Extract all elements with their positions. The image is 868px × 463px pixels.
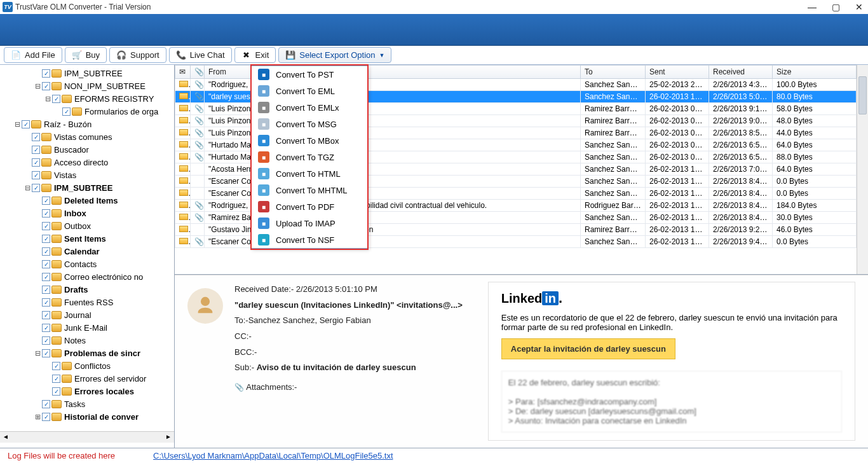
accept-invitation-button[interactable]: Aceptar la invitación de darley suescun bbox=[501, 338, 675, 359]
select-export-option-button[interactable]: 💾 Select Export Option ▼ bbox=[278, 47, 391, 63]
log-path-link[interactable]: C:\Users\Lyod Marknam\AppData\Local\Temp… bbox=[153, 451, 393, 460]
tree-node[interactable]: Fuentes RSS bbox=[3, 296, 174, 308]
checkbox[interactable] bbox=[42, 400, 50, 408]
checkbox[interactable] bbox=[32, 133, 40, 141]
attachment-indicator: 📎 bbox=[191, 115, 205, 127]
live-chat-button[interactable]: 📞 Live Chat bbox=[169, 47, 232, 63]
tree-node[interactable]: Acceso directo bbox=[3, 156, 174, 169]
tree-node[interactable]: Notes bbox=[3, 334, 174, 347]
tree-node[interactable]: ⊟IPM_SUBTREE bbox=[3, 181, 174, 194]
checkbox[interactable] bbox=[42, 235, 50, 243]
toggle-icon[interactable]: ⊟ bbox=[43, 95, 52, 103]
toggle-icon[interactable]: ⊟ bbox=[13, 120, 22, 128]
attachment-indicator: 📎 bbox=[191, 103, 205, 115]
checkbox[interactable] bbox=[32, 158, 40, 167]
export-menu-item[interactable]: ■Convert To NSF bbox=[252, 232, 367, 248]
tree-node[interactable]: Junk E-Mail bbox=[3, 321, 174, 334]
toggle-icon[interactable]: ⊟ bbox=[33, 349, 42, 357]
col-received[interactable]: Received bbox=[709, 66, 773, 79]
tree-node[interactable]: Deleted Items bbox=[3, 194, 174, 207]
checkbox[interactable] bbox=[42, 324, 50, 332]
checkbox[interactable] bbox=[42, 311, 50, 319]
tree-h-scrollbar[interactable]: ◄► bbox=[0, 431, 174, 443]
checkbox[interactable] bbox=[52, 362, 60, 370]
support-button[interactable]: 🎧 Support bbox=[109, 47, 166, 63]
format-icon: ■ bbox=[258, 118, 269, 130]
checkbox[interactable] bbox=[52, 387, 60, 396]
toggle-icon[interactable]: ⊟ bbox=[33, 82, 42, 90]
checkbox[interactable] bbox=[22, 120, 30, 128]
export-menu-item[interactable]: ■Convert To PST bbox=[252, 66, 367, 83]
checkbox[interactable] bbox=[42, 273, 50, 281]
col-attachment-icon[interactable]: 📎 bbox=[191, 66, 205, 79]
tree-node[interactable]: Buscador bbox=[3, 143, 174, 156]
checkbox[interactable] bbox=[42, 260, 50, 268]
checkbox[interactable] bbox=[42, 197, 50, 205]
tree-node[interactable]: ⊟EFORMS REGISTRY bbox=[3, 92, 174, 105]
export-menu-item[interactable]: ■Convert To MSG bbox=[252, 116, 367, 132]
checkbox[interactable] bbox=[62, 107, 71, 116]
tree-node[interactable]: Vistas bbox=[3, 169, 174, 181]
checkbox[interactable] bbox=[42, 298, 50, 307]
export-menu-item[interactable]: ■Convert To EML bbox=[252, 83, 367, 99]
toggle-icon[interactable]: ⊟ bbox=[23, 184, 32, 192]
export-menu-item[interactable]: ■Convert To PDF bbox=[252, 198, 367, 215]
add-file-button[interactable]: 📄 Add File bbox=[4, 47, 62, 63]
checkbox[interactable] bbox=[52, 375, 60, 383]
tree-node[interactable]: ⊟NON_IPM_SUBTREE bbox=[3, 79, 174, 92]
checkbox[interactable] bbox=[32, 146, 40, 154]
tree-node[interactable]: ⊟Raíz - Buzón bbox=[3, 118, 174, 130]
tree-node[interactable]: Calendar bbox=[3, 245, 174, 258]
checkbox[interactable] bbox=[42, 69, 50, 78]
tree-node[interactable]: Correo electrónico no bbox=[3, 270, 174, 283]
col-to[interactable]: To bbox=[581, 66, 646, 79]
tree-node[interactable]: Sent Items bbox=[3, 232, 174, 245]
export-menu-item[interactable]: ■Convert To MBox bbox=[252, 132, 367, 149]
tree-node[interactable]: Vistas comunes bbox=[3, 130, 174, 143]
minimize-button[interactable]: — bbox=[808, 2, 817, 12]
tree-node[interactable]: Contacts bbox=[3, 258, 174, 270]
export-menu-item[interactable]: ■Convert To EMLx bbox=[252, 99, 367, 116]
checkbox[interactable] bbox=[42, 286, 50, 294]
export-menu-item[interactable]: ■Convert To MHTML bbox=[252, 182, 367, 198]
format-icon: ■ bbox=[258, 151, 269, 163]
checkbox[interactable] bbox=[42, 247, 50, 256]
tree-node[interactable]: Tasks bbox=[3, 397, 174, 410]
checkbox[interactable] bbox=[42, 413, 50, 421]
menu-item-label: Convert To HTML bbox=[276, 169, 341, 179]
tree-node[interactable]: Errores del servidor bbox=[3, 372, 174, 385]
export-menu-item[interactable]: ■Convert To TGZ bbox=[252, 149, 367, 165]
col-mail-icon[interactable]: ✉ bbox=[175, 66, 191, 79]
checkbox[interactable] bbox=[42, 222, 50, 230]
checkbox[interactable] bbox=[42, 349, 50, 357]
maximize-button[interactable]: ▢ bbox=[832, 2, 840, 12]
tree-node[interactable]: Conflictos bbox=[3, 359, 174, 372]
tree-node[interactable]: Inbox bbox=[3, 207, 174, 219]
grid-v-scrollbar[interactable] bbox=[857, 65, 868, 274]
checkbox[interactable] bbox=[52, 95, 60, 103]
attachment-indicator bbox=[191, 163, 205, 176]
tree-node[interactable]: Formularios de orga bbox=[3, 105, 174, 118]
checkbox[interactable] bbox=[32, 171, 40, 179]
tree-node[interactable]: Journal bbox=[3, 308, 174, 321]
export-menu-item[interactable]: ■Convert To HTML bbox=[252, 165, 367, 182]
checkbox[interactable] bbox=[42, 209, 50, 218]
checkbox[interactable] bbox=[32, 184, 40, 192]
col-sent[interactable]: Sent bbox=[646, 66, 709, 79]
checkbox[interactable] bbox=[42, 82, 50, 90]
checkbox[interactable] bbox=[42, 336, 50, 345]
menu-item-label: Convert To MHTML bbox=[276, 186, 347, 195]
buy-button[interactable]: 🛒 Buy bbox=[65, 47, 107, 63]
tree-node[interactable]: Drafts bbox=[3, 283, 174, 296]
exit-button[interactable]: ✖ Exit bbox=[234, 47, 276, 63]
toggle-icon[interactable]: ⊞ bbox=[33, 413, 42, 421]
tree-node[interactable]: Errores locales bbox=[3, 385, 174, 397]
tree-node[interactable]: ⊞Historial de conver bbox=[3, 410, 174, 423]
tree-node[interactable]: Outbox bbox=[3, 219, 174, 232]
tree-node[interactable]: IPM_SUBTREE bbox=[3, 67, 174, 79]
close-button[interactable]: ✕ bbox=[855, 2, 863, 12]
tree-node[interactable]: ⊟Problemas de sincr bbox=[3, 347, 174, 359]
export-menu-item[interactable]: ■Upload To IMAP bbox=[252, 215, 367, 232]
folder-tree[interactable]: IPM_SUBTREE⊟NON_IPM_SUBTREE⊟EFORMS REGIS… bbox=[0, 65, 174, 431]
col-size[interactable]: Size bbox=[773, 66, 857, 79]
